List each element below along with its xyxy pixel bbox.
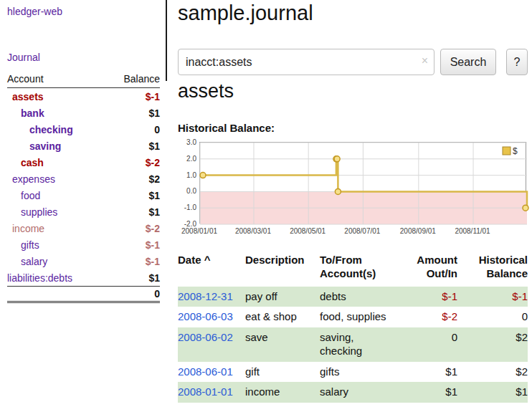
txn-accounts: debts	[320, 287, 397, 307]
y-tick-label: 2.0	[186, 154, 196, 162]
account-link-checking[interactable]: checking	[7, 124, 73, 135]
txn-description: income	[245, 382, 320, 403]
col-header-date[interactable]: Date ^	[178, 252, 245, 287]
chart-legend-label: $	[513, 146, 518, 156]
chart-plot-area: $	[199, 142, 526, 224]
account-link-cash[interactable]: cash	[7, 157, 44, 168]
account-balance-food: $1	[148, 190, 160, 201]
accounts-table-header: Account Balance	[7, 73, 160, 88]
txn-date-link[interactable]: 2008-06-01	[178, 365, 233, 378]
nav-journal-link[interactable]: Journal	[7, 52, 40, 63]
txn-description: save	[245, 327, 320, 362]
account-row-checking: checking 0	[7, 121, 160, 138]
txn-amount: 0	[397, 327, 457, 362]
col-header-amount: Amount Out/In	[397, 252, 457, 287]
account-row-expenses: expenses $2	[7, 171, 160, 187]
account-link-liabilities-debts[interactable]: liabilities:debts	[7, 272, 72, 284]
account-link-saving[interactable]: saving	[7, 140, 61, 152]
col-header-date-label: Date	[178, 254, 201, 266]
accounts-total-row: 0	[7, 286, 160, 303]
register-row: 2008-01-01 income salary $1 $1	[178, 382, 528, 403]
txn-balance: 0	[457, 307, 528, 327]
account-row-gifts: gifts $-1	[7, 236, 160, 253]
x-tick-label: 2008/05/01	[290, 227, 326, 235]
x-tick-label: 2008/11/01	[455, 227, 490, 235]
account-balance-assets: $-1	[146, 91, 160, 102]
chart-point	[334, 156, 340, 162]
sidebar-divider	[166, 0, 167, 81]
account-link-food[interactable]: food	[7, 190, 40, 201]
account-link-supplies[interactable]: supplies	[7, 206, 57, 218]
historical-balance-chart: 3.02.01.00.0-1.0-2.0 $ 2008/01/012008/03…	[178, 142, 528, 239]
account-row-liabilities-debts: liabilities:debts $1	[7, 269, 160, 286]
accounts-total-value: 0	[154, 288, 160, 299]
txn-description: eat & shop	[245, 307, 320, 327]
sort-ascending-icon: ^	[204, 254, 211, 266]
account-balance-saving: $1	[148, 140, 160, 152]
txn-date-link[interactable]: 2008-06-02	[178, 331, 233, 343]
txn-accounts: saving, checking	[320, 327, 397, 362]
txn-balance: $2	[457, 327, 528, 362]
col-header-description: Description	[245, 252, 320, 287]
search-input[interactable]	[178, 49, 434, 75]
account-balance-gifts: $-1	[146, 239, 160, 251]
txn-amount: $1	[397, 382, 457, 403]
account-balance-supplies: $1	[148, 206, 160, 218]
account-row-food: food $1	[7, 187, 160, 203]
txn-accounts: food, supplies	[320, 307, 397, 327]
account-row-saving: saving $1	[7, 138, 160, 154]
account-balance-expenses: $2	[148, 173, 160, 185]
account-row-supplies: supplies $1	[7, 203, 160, 220]
chart-title: Historical Balance:	[178, 122, 275, 134]
register-row: 2008-06-02 save saving, checking 0 $2	[178, 327, 528, 362]
accounts-table: Account Balance assets $-1 bank $1 check…	[7, 73, 160, 303]
clear-search-icon[interactable]: ×	[422, 54, 428, 67]
account-row-bank: bank $1	[7, 105, 160, 121]
account-link-expenses[interactable]: expenses	[7, 173, 55, 185]
chart-y-axis: 3.02.01.00.0-1.0-2.0	[178, 142, 196, 224]
account-link-income[interactable]: income	[7, 223, 44, 234]
register-header-row: Date ^ Description To/From Account(s) Am…	[178, 252, 528, 287]
register-row: 2008-06-03 eat & shop food, supplies $-2…	[178, 307, 528, 327]
txn-balance: $1	[457, 382, 528, 403]
account-balance-bank: $1	[148, 107, 160, 119]
txn-description: pay off	[245, 287, 320, 307]
account-link-assets[interactable]: assets	[7, 91, 44, 102]
txn-amount: $-1	[397, 287, 457, 307]
account-row-assets: assets $-1	[7, 88, 160, 105]
search-field-wrap: ×	[178, 49, 434, 75]
txn-amount: $1	[397, 362, 457, 383]
account-row-income: income $-2	[7, 220, 160, 236]
account-balance-salary: $-1	[146, 256, 160, 267]
chart-point	[523, 205, 528, 211]
help-button[interactable]: ?	[506, 49, 528, 75]
txn-accounts: gifts	[320, 362, 397, 383]
col-header-accounts: To/From Account(s)	[320, 252, 397, 287]
search-form: × Search ?	[178, 49, 528, 76]
account-heading: assets	[178, 80, 234, 102]
txn-description: gift	[245, 362, 320, 383]
app-title-link[interactable]: hledger-web	[7, 6, 62, 17]
page-title: sample.journal	[178, 1, 313, 25]
txn-amount: $-2	[397, 307, 457, 327]
col-header-balance: Historical Balance	[457, 252, 528, 287]
chart-point	[335, 188, 341, 194]
chart-point	[200, 173, 206, 178]
chart-legend-swatch	[503, 147, 510, 155]
x-tick-label: 2008/09/01	[400, 227, 436, 235]
main-content: sample.journal × Search ? assets Histori…	[178, 0, 528, 417]
account-link-gifts[interactable]: gifts	[7, 239, 39, 251]
account-balance-checking: 0	[154, 124, 160, 135]
txn-date-link[interactable]: 2008-06-03	[178, 310, 233, 322]
txn-accounts: salary	[320, 382, 397, 403]
accounts-col-balance: Balance	[123, 73, 160, 85]
search-button[interactable]: Search	[440, 49, 496, 75]
txn-date-link[interactable]: 2008-01-01	[178, 385, 233, 398]
account-balance-income: $-2	[146, 223, 160, 234]
x-tick-label: 2008/01/01	[181, 227, 217, 235]
y-tick-label: -2.0	[184, 220, 196, 228]
account-link-bank[interactable]: bank	[7, 107, 44, 119]
account-link-salary[interactable]: salary	[7, 256, 47, 267]
txn-date-link[interactable]: 2008-12-31	[178, 290, 233, 302]
accounts-col-account: Account	[7, 73, 44, 85]
